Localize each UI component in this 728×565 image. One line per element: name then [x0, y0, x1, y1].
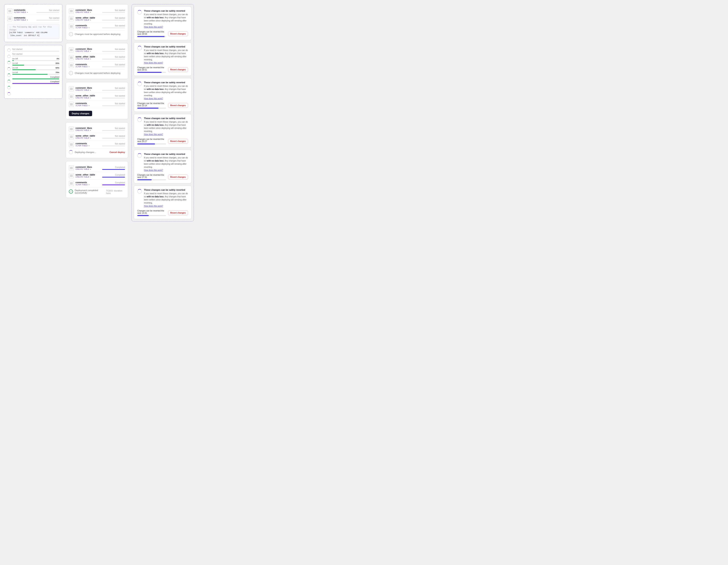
migration-type: CREATE TABLE ▾: [76, 50, 92, 52]
progress-bar: [36, 20, 59, 21]
revert-timer-bar: [137, 215, 166, 216]
migration-name: comment_likes: [76, 166, 92, 168]
revert-card-5: These changes can be safely reverted If …: [134, 150, 192, 183]
migration-row: comments ALTER TABLE ▾ Completed: [69, 180, 125, 187]
migration-row: comment_likes CREATE TABLE ▾ Not started: [69, 46, 125, 54]
progress-bar: [102, 90, 125, 91]
migration-name: comments: [14, 9, 28, 11]
revert-desc: If you need to revert these changes, you…: [144, 84, 188, 100]
time-label: 3m left: [12, 62, 18, 64]
table-icon: [69, 47, 74, 52]
progress-bar: [36, 12, 59, 13]
migration-name: comments: [76, 24, 89, 27]
how-does-this-work-link[interactable]: How does this work?: [144, 26, 163, 28]
status-message: ! Changes must be approved before deploy…: [69, 69, 125, 76]
chevron-down-icon: ▾: [89, 105, 89, 107]
revert-spinner-icon: [137, 117, 142, 122]
migration-card-not-started-2: comment_likes CREATE TABLE ▾ Not started…: [66, 43, 128, 79]
status-text: Not started: [115, 102, 125, 105]
revert-timer-label: Changes can be reverted the next 23:14: [137, 102, 166, 107]
migration-name: some_other_table: [76, 94, 95, 97]
status-text: Not started: [115, 127, 125, 129]
how-does-this-work-link[interactable]: How does this work?: [144, 62, 163, 64]
spinner-icon: [7, 61, 11, 64]
revert-card-6: These changes can be safely reverted If …: [134, 185, 192, 219]
spinner-icon: [7, 80, 11, 83]
cancel-deploy-button[interactable]: Cancel deploy: [109, 151, 125, 153]
table-icon: [69, 165, 74, 170]
revert-changes-button[interactable]: Revert changes: [168, 67, 188, 72]
progress-bar: [102, 27, 125, 28]
spinner-icon: [7, 92, 11, 95]
table-icon: [69, 94, 74, 99]
migration-row: comments ALTER TABLE ▾ Not started: [69, 62, 125, 69]
progress-bar: [12, 60, 59, 61]
table-icon: [69, 16, 74, 21]
migration-type: CREATE TABLE ▾: [76, 137, 95, 139]
status-label: Not started: [12, 48, 22, 50]
status-completed: Completed: [115, 174, 125, 176]
column-2: comment_likes CREATE TABLE ▾ Not started…: [66, 4, 128, 198]
revert-timer-label: Changes can be reverted the next 20:27: [137, 138, 166, 143]
progress-item: 1m left 75%: [12, 71, 59, 75]
migration-name: some_other_table: [76, 134, 95, 137]
migration-row: comments ALTER TABLE ▾ Not started: [69, 23, 125, 30]
how-does-this-work-link[interactable]: How does this work?: [144, 205, 163, 207]
chevron-down-icon: ▾: [90, 11, 91, 13]
migration-card-deploy-ready: comment_likes CREATE TABLE ▾ Not started…: [66, 82, 128, 119]
spinner-icon: [69, 150, 73, 154]
revert-changes-button[interactable]: Revert changes: [168, 139, 188, 144]
revert-changes-button[interactable]: Revert changes: [168, 210, 188, 215]
migration-name: comment_likes: [76, 87, 92, 89]
revert-desc: If you need to revert these changes, you…: [144, 156, 188, 172]
migration-type: CREATE TABLE ▾: [76, 11, 92, 13]
revert-card-4: These changes can be safely reverted If …: [134, 114, 192, 148]
revert-spinner-icon: [137, 10, 142, 15]
spinner-icon: [7, 73, 11, 77]
completed-label: Completed: [12, 81, 59, 83]
progress-bar: [12, 83, 59, 84]
status-text: Not started: [115, 143, 125, 145]
progress-item: 2m left 50%: [12, 67, 59, 70]
chevron-down-icon: ▾: [90, 137, 91, 139]
deploy-changes-button[interactable]: Deploy changes: [69, 111, 92, 116]
revert-timer-bar: [137, 36, 166, 37]
progress-bar: [102, 138, 125, 139]
duration-todo: TODO: duration here: [106, 189, 125, 194]
migration-name: some_other_table: [76, 173, 95, 176]
revert-changes-button[interactable]: Revert changes: [168, 103, 188, 108]
table-icon: [69, 24, 74, 29]
migration-name: comments: [76, 102, 89, 104]
revert-changes-button[interactable]: Revert changes: [168, 175, 188, 179]
chevron-down-icon: ▾: [90, 97, 91, 99]
revert-card-2: These changes can be safely reverted If …: [134, 42, 192, 76]
progress-bar: [102, 130, 125, 131]
progress-item: Completed: [12, 76, 59, 79]
progress-bar: [102, 51, 125, 52]
sql-code-block: -- The following SQL will run for this c…: [7, 24, 59, 39]
duration-row: ✓ Deployment completed successfully TODO…: [69, 187, 125, 195]
progress-bar: [12, 51, 59, 52]
migration-row: comment_likes CREATE TABLE ▾ Completed: [69, 164, 125, 172]
migration-type: CREATE TABLE ▾: [76, 168, 92, 170]
migration-name: comment_likes: [76, 127, 92, 129]
progress-item: Not started: [12, 53, 59, 56]
migration-row: some_other_table CREATE TABLE ▾ Not star…: [69, 133, 125, 141]
revert-timer-label: Changes can be reverted the next 29:59: [137, 31, 166, 35]
column-1: comments ALTER TABLE ▾ Not started: [4, 4, 62, 99]
progress-bar: [102, 12, 125, 13]
approval-message: Changes must be approved before deployin…: [75, 33, 120, 35]
deploying-status: Deploying changes... Cancel deploy: [69, 148, 125, 155]
how-does-this-work-link[interactable]: How does this work?: [144, 97, 163, 100]
table-icon: [69, 134, 74, 139]
revert-changes-button[interactable]: Revert changes: [168, 31, 188, 36]
time-label: 1m left: [12, 71, 18, 73]
status-text: Not started: [115, 48, 125, 50]
progress-item: 3m left 25%: [12, 62, 59, 66]
how-does-this-work-link[interactable]: How does this work?: [144, 169, 163, 171]
table-icon: [69, 63, 74, 68]
how-does-this-work-link[interactable]: How does this work?: [144, 133, 163, 135]
status-text: Not started: [115, 9, 125, 11]
migration-name: some_other_table: [76, 16, 95, 19]
migration-row: comment_likes CREATE TABLE ▾ Not started: [69, 85, 125, 93]
